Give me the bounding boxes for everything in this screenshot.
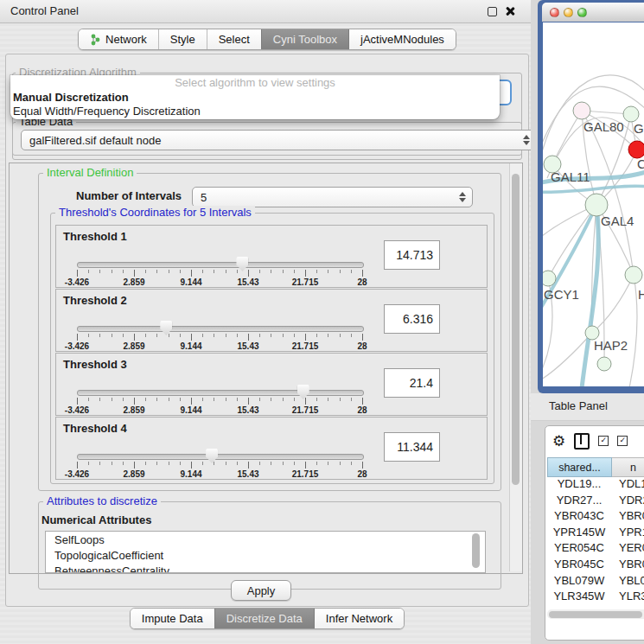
table-row[interactable]: YBR045CYBR0 — [547, 558, 644, 574]
network-edge[interactable] — [592, 275, 634, 333]
tick-label: -3.426 — [65, 405, 89, 415]
cell-name: YIL0 — [611, 606, 644, 608]
table-row[interactable]: YPR145WYPR1 — [547, 526, 644, 542]
tick-mark — [214, 334, 214, 337]
node-label: GAL4 — [601, 214, 634, 228]
network-node-gal80[interactable] — [573, 102, 590, 119]
table-toolbar: ⚙✓✓ — [545, 426, 644, 456]
traffic-close-icon[interactable] — [550, 8, 559, 17]
tick-mark — [214, 462, 214, 465]
apply-button[interactable]: Apply — [231, 580, 291, 601]
tick-label: 15.43 — [237, 405, 258, 415]
threshold-value-field[interactable]: 11.344 — [384, 432, 440, 462]
algorithm-option[interactable]: Equal Width/Frequency Discretization — [13, 105, 497, 118]
toolbox-tab-label: Network — [105, 33, 147, 46]
tick-mark — [123, 270, 124, 273]
column-header-shared-name[interactable]: shared... — [547, 457, 612, 477]
numerical-attributes-list[interactable]: SelfLoopsTopologicalCoefficientBetweenne… — [45, 531, 486, 573]
table-horizontal-scrollbar[interactable] — [547, 609, 644, 619]
toolbox-tab-network[interactable]: Network — [79, 29, 158, 49]
toolbox-tab-cyni-toolbox[interactable]: Cyni Toolbox — [261, 29, 348, 49]
tick-mark — [112, 398, 112, 401]
tick-mark — [202, 270, 203, 273]
network-edge[interactable] — [548, 205, 596, 278]
checkbox-checked-icon[interactable]: ✓ — [617, 436, 628, 446]
settings-vertical-scrollbar[interactable] — [509, 163, 522, 571]
tick-mark — [328, 270, 328, 273]
table-row[interactable]: YIL052CYIL0 — [547, 606, 644, 608]
tick-mark — [156, 462, 157, 465]
tick-label: 28 — [357, 341, 367, 351]
network-window-titlebar[interactable] — [542, 3, 644, 22]
tick-mark — [180, 462, 181, 465]
network-node[interactable] — [597, 357, 611, 371]
attribute-list-item[interactable]: SelfLoops — [46, 532, 485, 547]
algorithm-option[interactable]: Manual Discretization — [13, 91, 497, 105]
traffic-minimize-icon[interactable] — [564, 8, 573, 17]
table-row[interactable]: YER054CYER0 — [547, 541, 644, 558]
network-view-window: GAL80GCGAL11GAL4GCY1HHAP2 — [538, 0, 644, 393]
network-edge[interactable] — [629, 275, 637, 386]
table-data-combo[interactable]: galFiltered.sif default node — [21, 130, 537, 150]
tick-mark — [340, 398, 341, 401]
threshold-value-field[interactable]: 14.713 — [384, 240, 440, 270]
numerical-attributes-label: Numerical Attributes — [41, 513, 151, 526]
tick-mark — [180, 334, 181, 337]
threshold-label: Threshold 4 — [63, 422, 127, 435]
tick-mark — [77, 398, 78, 405]
table-row[interactable]: YLR345WYLR3 — [547, 590, 644, 606]
tick-mark — [294, 270, 295, 273]
tick-label: 2.859 — [123, 469, 144, 479]
table-row[interactable]: YDR27...YDR2 — [547, 494, 644, 510]
tick-mark — [271, 398, 271, 401]
table-row[interactable]: YBR043CYBR0 — [547, 509, 644, 526]
cell-name: YER0 — [611, 541, 644, 558]
mode-tab-infer-network[interactable]: Infer Network — [314, 609, 404, 628]
scrollbar-thumb[interactable] — [549, 611, 642, 618]
float-panel-icon[interactable] — [488, 7, 497, 16]
attributes-list-scrollbar[interactable] — [472, 533, 480, 568]
tick-mark — [328, 462, 328, 465]
network-edge[interactable] — [552, 111, 582, 164]
threshold-slider[interactable] — [77, 262, 364, 268]
tick-mark — [191, 462, 192, 469]
threshold-panel: Threshold 3-3.4262.8599.14415.4321.71528… — [55, 353, 488, 416]
threshold-value-field[interactable]: 6.316 — [384, 304, 440, 334]
attributes-group-title: Attributes to discretize — [43, 494, 161, 507]
table-row[interactable]: YDL19...YDL1 — [547, 477, 644, 494]
threshold-slider[interactable] — [77, 326, 364, 332]
tick-mark — [316, 270, 317, 273]
network-node-h[interactable] — [625, 266, 642, 284]
network-node-g[interactable] — [623, 106, 639, 122]
network-node-c[interactable] — [628, 141, 644, 158]
tick-mark — [271, 462, 271, 465]
gear-icon[interactable]: ⚙ — [552, 434, 565, 449]
toolbox-tab-jactivemnodules[interactable]: jActiveMNodules — [348, 29, 456, 49]
algorithm-dropdown-popup: Select algorithm to view settings Manual… — [10, 75, 500, 119]
tick-mark — [248, 462, 249, 469]
scrollbar-thumb[interactable] — [512, 174, 520, 485]
network-canvas[interactable]: GAL80GCGAL11GAL4GCY1HHAP2 — [543, 22, 644, 386]
column-header-name[interactable]: n — [612, 457, 644, 477]
cell-shared-name: YER054C — [547, 541, 611, 558]
toolbox-tab-select[interactable]: Select — [207, 29, 261, 49]
tick-mark — [259, 462, 260, 465]
toolbox-tab-style[interactable]: Style — [158, 29, 207, 49]
traffic-zoom-icon[interactable] — [577, 8, 587, 17]
table-row[interactable]: YBL079WYBL0 — [547, 574, 644, 590]
mode-tab-discretize-data[interactable]: Discretize Data — [214, 609, 314, 628]
tick-mark — [351, 398, 352, 401]
close-panel-icon[interactable] — [505, 6, 515, 16]
threshold-slider[interactable] — [77, 390, 364, 396]
threshold-slider[interactable] — [77, 454, 364, 460]
threshold-value-field[interactable]: 21.4 — [384, 368, 440, 398]
mode-tab-impute-data[interactable]: Impute Data — [131, 609, 214, 628]
table-data-combo-value: galFiltered.sif default node — [29, 134, 161, 147]
tick-mark — [351, 334, 352, 337]
attribute-list-item[interactable]: BetweennessCentrality — [46, 563, 485, 573]
checkbox-checked-icon[interactable]: ✓ — [598, 436, 609, 446]
attribute-list-item[interactable]: TopologicalCoefficient — [46, 547, 485, 563]
split-view-icon[interactable] — [574, 433, 590, 450]
number-of-intervals-combo[interactable]: 5 — [192, 187, 473, 207]
network-node-gcy1[interactable] — [543, 271, 556, 286]
